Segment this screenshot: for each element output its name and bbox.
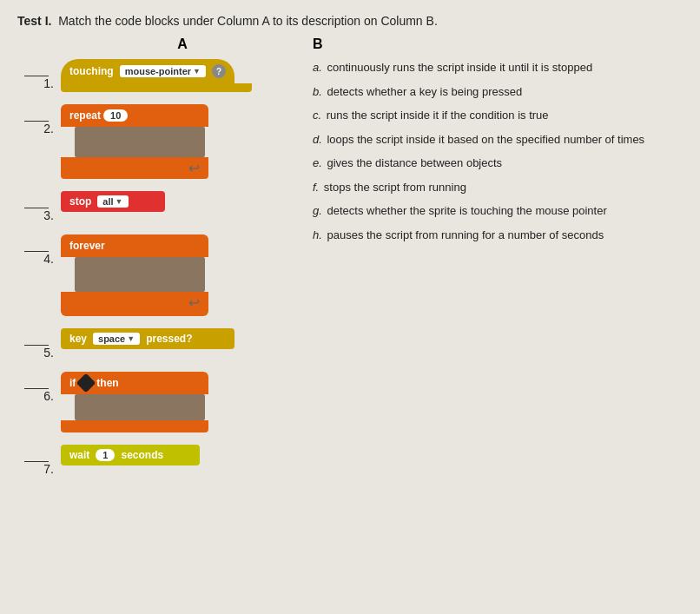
test-title-label: Test I. xyxy=(17,14,51,28)
letter-d: d. xyxy=(313,133,322,146)
letter-g: g. xyxy=(313,204,322,217)
letter-b: b. xyxy=(313,85,322,98)
col-b-item-h: h. pauses the script from running for a … xyxy=(313,227,683,244)
stop-label: stop xyxy=(69,195,91,208)
wait-label: wait xyxy=(69,449,89,461)
forever-top: forever xyxy=(61,234,208,257)
item-4: 4. forever ↩ xyxy=(17,234,295,316)
columns-container: A 1. touching mouse-pointer ▼ ? xyxy=(17,36,683,488)
text-h: pauses the script from running for a num… xyxy=(327,228,604,241)
col-b-item-b: b. detects whether a key is being presse… xyxy=(313,83,683,101)
item-number-4: 4. xyxy=(43,252,54,266)
text-b: detects whether a key is being pressed xyxy=(327,85,522,98)
stop-all-dropdown[interactable]: all ▼ xyxy=(97,195,128,208)
letter-e: e. xyxy=(313,156,322,169)
repeat-count: 10 xyxy=(103,109,128,122)
text-f: stops the script from running xyxy=(324,181,466,194)
col-a-header: A xyxy=(69,36,295,52)
if-inner xyxy=(75,394,205,420)
key-pressed-block: key space ▼ pressed? xyxy=(61,328,234,349)
forever-label: forever xyxy=(69,240,105,252)
col-b-item-a: a. continuously runs the script inside i… xyxy=(313,59,683,76)
repeat-inner xyxy=(75,127,205,157)
if-label: if xyxy=(69,377,76,389)
repeat-block: repeat 10 ↩ xyxy=(61,104,208,179)
letter-h: h. xyxy=(313,228,322,241)
col-b-item-e: e. gives the distance between objects xyxy=(313,155,683,172)
block-group-3: stop all ▼ xyxy=(61,191,165,212)
block-group-4: forever ↩ xyxy=(61,234,208,316)
forever-inner xyxy=(75,257,205,292)
col-b-item-c: c. runs the script inside it if the cond… xyxy=(313,107,683,124)
curved-arrow-2: ↩ xyxy=(188,160,200,176)
question-mark: ? xyxy=(212,64,226,78)
seconds-label: seconds xyxy=(121,449,163,461)
if-bottom xyxy=(61,420,208,432)
header-section: Test I. Match the code blocks under Colu… xyxy=(17,14,683,28)
item-number-3: 3. xyxy=(43,208,54,222)
touching-label: touching xyxy=(69,65,114,77)
text-g: detects whether the sprite is touching t… xyxy=(327,204,606,217)
item-2: 2. repeat 10 ↩ xyxy=(17,104,295,179)
wait-count: 1 xyxy=(96,449,115,461)
letter-a: a. xyxy=(313,61,322,74)
text-a: continuously runs the script inside it u… xyxy=(327,61,592,74)
column-a: A 1. touching mouse-pointer ▼ ? xyxy=(17,36,295,488)
key-space-dropdown[interactable]: space ▼ xyxy=(93,333,140,345)
forever-block: forever ↩ xyxy=(61,234,208,316)
letter-f: f. xyxy=(313,181,319,194)
col-b-item-g: g. detects whether the sprite is touchin… xyxy=(313,202,683,220)
col-b-item-d: d. loops the script inside it based on t… xyxy=(313,131,683,149)
page-container: Test I. Match the code blocks under Colu… xyxy=(0,0,700,614)
block-group-6: if then xyxy=(61,372,208,432)
text-c: runs the script inside it if the conditi… xyxy=(327,109,549,122)
test-instruction: Match the code blocks under Column A to … xyxy=(58,14,438,28)
item-7: 7. wait 1 seconds xyxy=(17,445,295,476)
repeat-top: repeat 10 xyxy=(61,104,208,127)
if-condition-diamond xyxy=(76,373,96,393)
mouse-pointer-dropdown[interactable]: mouse-pointer ▼ xyxy=(120,65,206,77)
repeat-label: repeat xyxy=(69,109,101,122)
if-top: if then xyxy=(61,372,208,394)
touching-hat-base xyxy=(61,83,252,92)
text-d: loops the script inside it based on the … xyxy=(327,133,644,146)
block-group-7: wait 1 seconds xyxy=(61,445,200,465)
repeat-bottom: ↩ xyxy=(61,157,208,179)
test-title: Test I. Match the code blocks under Colu… xyxy=(17,14,683,28)
item-number-1: 1. xyxy=(43,76,54,90)
if-then-block: if then xyxy=(61,372,208,432)
block-group-5: key space ▼ pressed? xyxy=(61,328,234,349)
wait-block: wait 1 seconds xyxy=(61,445,200,465)
item-number-7: 7. xyxy=(43,462,54,476)
pressed-label: pressed? xyxy=(146,333,192,345)
item-5: 5. key space ▼ pressed? xyxy=(17,328,295,360)
column-b: B a. continuously runs the script inside… xyxy=(295,36,683,250)
text-e: gives the distance between objects xyxy=(327,156,502,169)
key-label: key xyxy=(69,333,87,345)
item-number-6: 6. xyxy=(43,389,54,403)
col-b-header: B xyxy=(313,36,683,52)
then-label: then xyxy=(96,377,118,389)
block-group-2: repeat 10 ↩ xyxy=(61,104,208,179)
stop-block: stop all ▼ xyxy=(61,191,165,212)
item-6: 6. if then xyxy=(17,372,295,432)
curved-arrow-4: ↩ xyxy=(188,294,200,311)
block-group-1: touching mouse-pointer ▼ ? xyxy=(61,59,252,92)
item-number-2: 2. xyxy=(43,122,54,135)
letter-c: c. xyxy=(313,109,321,122)
item-1: 1. touching mouse-pointer ▼ ? xyxy=(17,59,295,92)
col-b-item-f: f. stops the script from running xyxy=(313,179,683,196)
item-number-5: 5. xyxy=(43,346,54,360)
item-3: 3. stop all ▼ xyxy=(17,191,295,222)
touching-hat-block: touching mouse-pointer ▼ ? xyxy=(61,59,234,83)
forever-bottom: ↩ xyxy=(61,292,208,316)
